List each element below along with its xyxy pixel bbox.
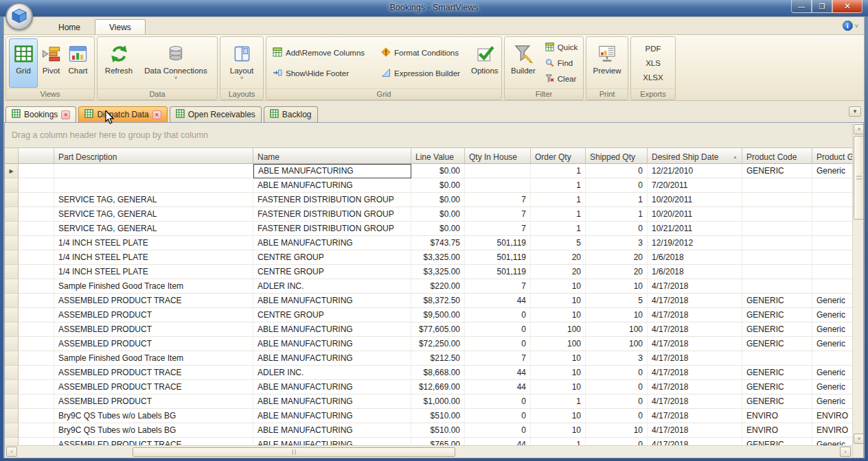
cell-line-value[interactable]: $743.75 xyxy=(411,236,465,250)
cell-shipped-qty[interactable]: 0 xyxy=(586,438,648,445)
clear-filter-button[interactable]: Clear xyxy=(542,72,581,86)
format-conditions-button[interactable]: Format Conditions xyxy=(378,45,464,60)
cell-qty-in-house[interactable]: 7 xyxy=(465,279,531,294)
cell-shipped-qty[interactable]: 3 xyxy=(586,351,648,366)
cell-part-description[interactable]: ASSEMBLED PRODUCT xyxy=(54,337,253,351)
cell-product-code[interactable]: ENVIRO xyxy=(742,409,812,423)
cell-part-description[interactable]: SERVICE TAG, GENERAL xyxy=(54,222,253,236)
cell-blank[interactable] xyxy=(19,265,54,279)
cell-desired-ship-date[interactable]: 4/17/2018 xyxy=(648,279,742,294)
cell-product-group[interactable]: Generic xyxy=(812,337,852,351)
cell-shipped-qty[interactable]: 10 xyxy=(586,308,648,322)
cell-desired-ship-date[interactable]: 4/17/2018 xyxy=(648,394,742,409)
cell-line-value[interactable]: $0.00 xyxy=(411,164,465,178)
vertical-scrollbar[interactable]: ˄ ˅ xyxy=(852,123,864,458)
cell-part-description[interactable]: ASSEMBLED PRODUCT xyxy=(54,394,253,409)
cell-product-group[interactable]: Generic xyxy=(812,308,852,322)
table-row[interactable]: ASSEMBLED PRODUCT TRACE ABLE MANUFACTURI… xyxy=(5,294,852,308)
row-indicator[interactable] xyxy=(5,337,19,351)
horizontal-scrollbar[interactable]: ‹ › xyxy=(5,445,852,458)
cell-blank[interactable] xyxy=(19,394,54,409)
cell-blank[interactable] xyxy=(19,308,54,322)
cell-qty-in-house[interactable]: 7 xyxy=(465,222,531,236)
cell-qty-in-house[interactable]: 44 xyxy=(465,380,531,394)
cell-part-description[interactable]: ASSEMBLED PRODUCT TRACE xyxy=(54,438,253,445)
cell-order-qty[interactable]: 20 xyxy=(531,250,586,265)
row-indicator[interactable] xyxy=(5,409,19,423)
cell-product-group[interactable]: Generic xyxy=(812,394,852,409)
cell-order-qty[interactable]: 100 xyxy=(531,337,586,351)
cell-product-code[interactable]: GENERIC xyxy=(742,337,812,351)
close-tab-icon[interactable]: ✕ xyxy=(61,110,70,119)
scroll-up-button[interactable]: ˄ xyxy=(854,124,864,134)
cell-order-qty[interactable]: 1 xyxy=(531,164,586,178)
cell-product-group[interactable] xyxy=(812,236,852,250)
cell-shipped-qty[interactable]: 0 xyxy=(586,366,648,380)
cell-part-description[interactable]: Sample Finished Good Trace Item xyxy=(54,279,253,294)
table-row[interactable]: Sample Finished Good Trace Item ADLER IN… xyxy=(5,279,852,294)
cell-part-description[interactable]: Bry9C QS Tubes w/o Labels BG xyxy=(54,423,253,438)
refresh-button[interactable]: Refresh xyxy=(101,38,137,88)
cell-line-value[interactable]: $510.00 xyxy=(411,423,465,438)
table-row[interactable]: Bry9C QS Tubes w/o Labels BG ABLE MANUFA… xyxy=(5,409,852,423)
expression-builder-button[interactable]: Expression Builder xyxy=(378,66,464,81)
cell-qty-in-house[interactable]: 0 xyxy=(465,308,531,322)
cell-qty-in-house[interactable]: 7 xyxy=(465,193,531,207)
cell-qty-in-house[interactable]: 501,119 xyxy=(465,236,531,250)
cell-product-code[interactable] xyxy=(742,279,812,294)
cell-shipped-qty[interactable]: 1 xyxy=(586,193,648,207)
cell-shipped-qty[interactable]: 1 xyxy=(586,207,648,222)
row-indicator[interactable] xyxy=(5,294,19,308)
cell-product-group[interactable] xyxy=(812,222,852,236)
cell-qty-in-house[interactable]: 0 xyxy=(465,322,531,337)
cell-blank[interactable] xyxy=(19,279,54,294)
row-indicator[interactable] xyxy=(5,351,19,366)
row-indicator[interactable] xyxy=(5,236,19,250)
row-indicator[interactable] xyxy=(5,222,19,236)
cell-name[interactable]: ABLE MANUFACTURING xyxy=(253,178,411,193)
cell-blank[interactable] xyxy=(19,178,54,193)
cell-desired-ship-date[interactable]: 4/17/2018 xyxy=(648,337,742,351)
export-pdf-button[interactable]: PDF xyxy=(634,42,672,56)
cell-part-description[interactable]: Sample Finished Good Trace Item xyxy=(54,351,253,366)
cell-order-qty[interactable]: 5 xyxy=(531,236,586,250)
quick-filter-button[interactable]: Quick xyxy=(542,40,581,54)
cell-shipped-qty[interactable]: 20 xyxy=(586,265,648,279)
cell-qty-in-house[interactable]: 44 xyxy=(465,438,531,445)
cell-blank[interactable] xyxy=(19,222,54,236)
table-row[interactable]: SERVICE TAG, GENERAL FASTENER DISTRIBUTI… xyxy=(5,207,852,222)
doc-tab-dispatch-data[interactable]: Dispatch Data ✕ xyxy=(78,106,167,122)
cell-desired-ship-date[interactable]: 10/21/2011 xyxy=(648,222,742,236)
cell-part-description[interactable]: 1/4 INCH STEEL PLATE xyxy=(54,265,253,279)
table-row[interactable]: SERVICE TAG, GENERAL FASTENER DISTRIBUTI… xyxy=(5,193,852,207)
chart-view-button[interactable]: Chart xyxy=(65,38,91,88)
cell-product-code[interactable] xyxy=(742,207,812,222)
cell-product-code[interactable]: GENERIC xyxy=(742,164,812,178)
cell-product-code[interactable] xyxy=(742,250,812,265)
table-row[interactable]: ASSEMBLED PRODUCT TRACE ABLE MANUFACTURI… xyxy=(5,438,852,445)
cell-name[interactable]: ABLE MANUFACTURING xyxy=(253,322,411,337)
row-indicator[interactable] xyxy=(5,438,19,445)
cell-part-description[interactable]: 1/4 INCH STEEL PLATE xyxy=(54,236,253,250)
cell-line-value[interactable]: $510.00 xyxy=(411,409,465,423)
cell-qty-in-house[interactable] xyxy=(465,164,531,178)
cell-product-code[interactable]: GENERIC xyxy=(742,308,812,322)
column-header-blank[interactable] xyxy=(19,148,54,164)
table-row[interactable]: ▶ ABLE MANUFACTURING $0.00 1 0 12/21/201… xyxy=(5,164,852,178)
cell-name[interactable]: ABLE MANUFACTURING xyxy=(253,423,411,438)
doc-tab-bookings[interactable]: Bookings ✕ xyxy=(5,106,76,122)
cell-desired-ship-date[interactable]: 4/17/2018 xyxy=(648,438,742,445)
row-indicator[interactable] xyxy=(5,380,19,394)
column-header-qty-in-house[interactable]: Qty In House xyxy=(465,148,531,164)
cell-blank[interactable] xyxy=(19,351,54,366)
cell-qty-in-house[interactable]: 44 xyxy=(465,294,531,308)
cell-product-group[interactable]: Generic xyxy=(812,366,852,380)
cell-name[interactable]: ADLER INC. xyxy=(253,279,411,294)
cell-blank[interactable] xyxy=(19,207,54,222)
cell-qty-in-house[interactable]: 501,119 xyxy=(465,250,531,265)
cell-part-description[interactable]: SERVICE TAG, GENERAL xyxy=(54,207,253,222)
cell-part-description[interactable]: 1/4 INCH STEEL PLATE xyxy=(54,250,253,265)
cell-order-qty[interactable]: 1 xyxy=(531,207,586,222)
cell-name[interactable]: ABLE MANUFACTURING xyxy=(253,409,411,423)
pivot-view-button[interactable]: Pivot xyxy=(38,38,65,88)
